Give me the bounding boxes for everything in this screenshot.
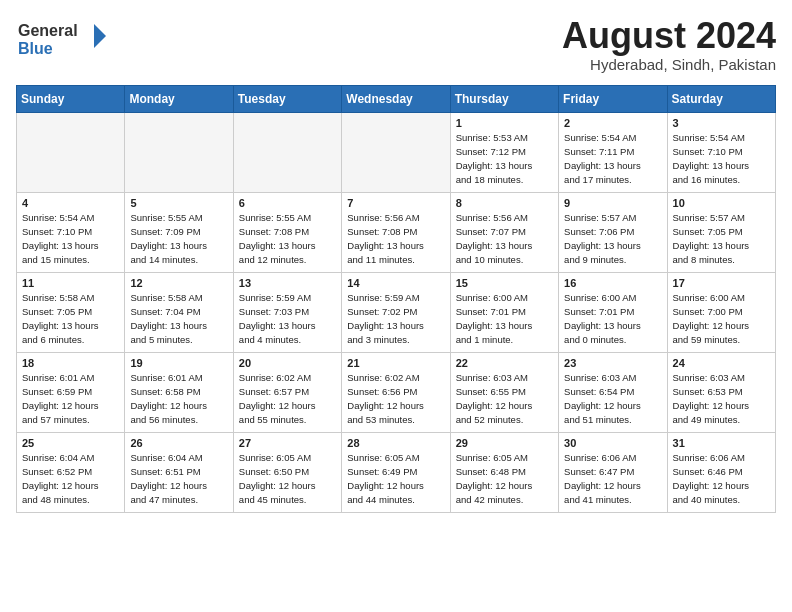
calendar-cell: 10Sunrise: 5:57 AM Sunset: 7:05 PM Dayli… — [667, 192, 775, 272]
day-info: Sunrise: 6:04 AM Sunset: 6:51 PM Dayligh… — [130, 451, 227, 508]
calendar-cell: 28Sunrise: 6:05 AM Sunset: 6:49 PM Dayli… — [342, 432, 450, 512]
calendar-cell: 24Sunrise: 6:03 AM Sunset: 6:53 PM Dayli… — [667, 352, 775, 432]
day-number: 31 — [673, 437, 770, 449]
calendar-cell: 23Sunrise: 6:03 AM Sunset: 6:54 PM Dayli… — [559, 352, 667, 432]
month-year: August 2024 — [562, 16, 776, 56]
day-number: 30 — [564, 437, 661, 449]
day-info: Sunrise: 5:54 AM Sunset: 7:10 PM Dayligh… — [673, 131, 770, 188]
calendar-cell: 14Sunrise: 5:59 AM Sunset: 7:02 PM Dayli… — [342, 272, 450, 352]
calendar-cell: 29Sunrise: 6:05 AM Sunset: 6:48 PM Dayli… — [450, 432, 558, 512]
week-row-5: 25Sunrise: 6:04 AM Sunset: 6:52 PM Dayli… — [17, 432, 776, 512]
day-number: 17 — [673, 277, 770, 289]
day-number: 13 — [239, 277, 336, 289]
day-number: 8 — [456, 197, 553, 209]
day-info: Sunrise: 6:06 AM Sunset: 6:47 PM Dayligh… — [564, 451, 661, 508]
weekday-monday: Monday — [125, 85, 233, 112]
calendar-cell: 15Sunrise: 6:00 AM Sunset: 7:01 PM Dayli… — [450, 272, 558, 352]
week-row-2: 4Sunrise: 5:54 AM Sunset: 7:10 PM Daylig… — [17, 192, 776, 272]
day-info: Sunrise: 5:58 AM Sunset: 7:04 PM Dayligh… — [130, 291, 227, 348]
day-info: Sunrise: 6:00 AM Sunset: 7:01 PM Dayligh… — [456, 291, 553, 348]
day-info: Sunrise: 5:59 AM Sunset: 7:02 PM Dayligh… — [347, 291, 444, 348]
day-number: 5 — [130, 197, 227, 209]
weekday-header-row: SundayMondayTuesdayWednesdayThursdayFrid… — [17, 85, 776, 112]
calendar-cell: 27Sunrise: 6:05 AM Sunset: 6:50 PM Dayli… — [233, 432, 341, 512]
calendar-table: SundayMondayTuesdayWednesdayThursdayFrid… — [16, 85, 776, 513]
calendar-cell — [17, 112, 125, 192]
calendar-cell: 5Sunrise: 5:55 AM Sunset: 7:09 PM Daylig… — [125, 192, 233, 272]
day-info: Sunrise: 6:00 AM Sunset: 7:00 PM Dayligh… — [673, 291, 770, 348]
day-number: 24 — [673, 357, 770, 369]
day-number: 11 — [22, 277, 119, 289]
day-number: 1 — [456, 117, 553, 129]
calendar-cell: 30Sunrise: 6:06 AM Sunset: 6:47 PM Dayli… — [559, 432, 667, 512]
calendar-cell: 22Sunrise: 6:03 AM Sunset: 6:55 PM Dayli… — [450, 352, 558, 432]
day-info: Sunrise: 6:05 AM Sunset: 6:49 PM Dayligh… — [347, 451, 444, 508]
weekday-saturday: Saturday — [667, 85, 775, 112]
svg-text:General: General — [18, 22, 78, 39]
day-info: Sunrise: 5:57 AM Sunset: 7:06 PM Dayligh… — [564, 211, 661, 268]
weekday-wednesday: Wednesday — [342, 85, 450, 112]
calendar-body: 1Sunrise: 5:53 AM Sunset: 7:12 PM Daylig… — [17, 112, 776, 512]
day-number: 9 — [564, 197, 661, 209]
calendar-cell: 6Sunrise: 5:55 AM Sunset: 7:08 PM Daylig… — [233, 192, 341, 272]
generalblue-logo: General Blue — [16, 16, 106, 66]
page-header: General Blue August 2024 Hyderabad, Sind… — [16, 16, 776, 73]
day-number: 10 — [673, 197, 770, 209]
logo: General Blue — [16, 16, 106, 66]
day-number: 23 — [564, 357, 661, 369]
day-number: 28 — [347, 437, 444, 449]
calendar-cell — [125, 112, 233, 192]
day-number: 19 — [130, 357, 227, 369]
svg-marker-2 — [94, 24, 106, 48]
day-number: 16 — [564, 277, 661, 289]
day-number: 22 — [456, 357, 553, 369]
day-info: Sunrise: 5:54 AM Sunset: 7:10 PM Dayligh… — [22, 211, 119, 268]
day-number: 7 — [347, 197, 444, 209]
calendar-cell: 21Sunrise: 6:02 AM Sunset: 6:56 PM Dayli… — [342, 352, 450, 432]
calendar-cell: 2Sunrise: 5:54 AM Sunset: 7:11 PM Daylig… — [559, 112, 667, 192]
day-info: Sunrise: 6:01 AM Sunset: 6:59 PM Dayligh… — [22, 371, 119, 428]
day-number: 25 — [22, 437, 119, 449]
day-info: Sunrise: 6:01 AM Sunset: 6:58 PM Dayligh… — [130, 371, 227, 428]
calendar-cell: 3Sunrise: 5:54 AM Sunset: 7:10 PM Daylig… — [667, 112, 775, 192]
calendar-cell: 11Sunrise: 5:58 AM Sunset: 7:05 PM Dayli… — [17, 272, 125, 352]
day-number: 18 — [22, 357, 119, 369]
day-info: Sunrise: 6:02 AM Sunset: 6:57 PM Dayligh… — [239, 371, 336, 428]
day-info: Sunrise: 5:55 AM Sunset: 7:08 PM Dayligh… — [239, 211, 336, 268]
svg-text:Blue: Blue — [18, 40, 53, 57]
day-info: Sunrise: 6:00 AM Sunset: 7:01 PM Dayligh… — [564, 291, 661, 348]
calendar-cell: 25Sunrise: 6:04 AM Sunset: 6:52 PM Dayli… — [17, 432, 125, 512]
day-info: Sunrise: 6:03 AM Sunset: 6:54 PM Dayligh… — [564, 371, 661, 428]
calendar-cell: 4Sunrise: 5:54 AM Sunset: 7:10 PM Daylig… — [17, 192, 125, 272]
weekday-sunday: Sunday — [17, 85, 125, 112]
day-info: Sunrise: 6:04 AM Sunset: 6:52 PM Dayligh… — [22, 451, 119, 508]
day-number: 14 — [347, 277, 444, 289]
weekday-friday: Friday — [559, 85, 667, 112]
title-section: August 2024 Hyderabad, Sindh, Pakistan — [562, 16, 776, 73]
day-number: 2 — [564, 117, 661, 129]
day-number: 26 — [130, 437, 227, 449]
day-info: Sunrise: 5:56 AM Sunset: 7:07 PM Dayligh… — [456, 211, 553, 268]
calendar-cell: 17Sunrise: 6:00 AM Sunset: 7:00 PM Dayli… — [667, 272, 775, 352]
calendar-cell: 26Sunrise: 6:04 AM Sunset: 6:51 PM Dayli… — [125, 432, 233, 512]
calendar-cell: 20Sunrise: 6:02 AM Sunset: 6:57 PM Dayli… — [233, 352, 341, 432]
calendar-cell: 12Sunrise: 5:58 AM Sunset: 7:04 PM Dayli… — [125, 272, 233, 352]
day-info: Sunrise: 6:02 AM Sunset: 6:56 PM Dayligh… — [347, 371, 444, 428]
day-info: Sunrise: 6:05 AM Sunset: 6:50 PM Dayligh… — [239, 451, 336, 508]
week-row-1: 1Sunrise: 5:53 AM Sunset: 7:12 PM Daylig… — [17, 112, 776, 192]
day-info: Sunrise: 5:55 AM Sunset: 7:09 PM Dayligh… — [130, 211, 227, 268]
calendar-cell: 9Sunrise: 5:57 AM Sunset: 7:06 PM Daylig… — [559, 192, 667, 272]
calendar-cell: 13Sunrise: 5:59 AM Sunset: 7:03 PM Dayli… — [233, 272, 341, 352]
day-info: Sunrise: 5:59 AM Sunset: 7:03 PM Dayligh… — [239, 291, 336, 348]
calendar-cell — [342, 112, 450, 192]
calendar-cell: 31Sunrise: 6:06 AM Sunset: 6:46 PM Dayli… — [667, 432, 775, 512]
week-row-4: 18Sunrise: 6:01 AM Sunset: 6:59 PM Dayli… — [17, 352, 776, 432]
calendar-cell — [233, 112, 341, 192]
weekday-tuesday: Tuesday — [233, 85, 341, 112]
day-number: 3 — [673, 117, 770, 129]
day-number: 21 — [347, 357, 444, 369]
calendar-cell: 16Sunrise: 6:00 AM Sunset: 7:01 PM Dayli… — [559, 272, 667, 352]
day-info: Sunrise: 5:54 AM Sunset: 7:11 PM Dayligh… — [564, 131, 661, 188]
location: Hyderabad, Sindh, Pakistan — [562, 56, 776, 73]
calendar-cell: 1Sunrise: 5:53 AM Sunset: 7:12 PM Daylig… — [450, 112, 558, 192]
